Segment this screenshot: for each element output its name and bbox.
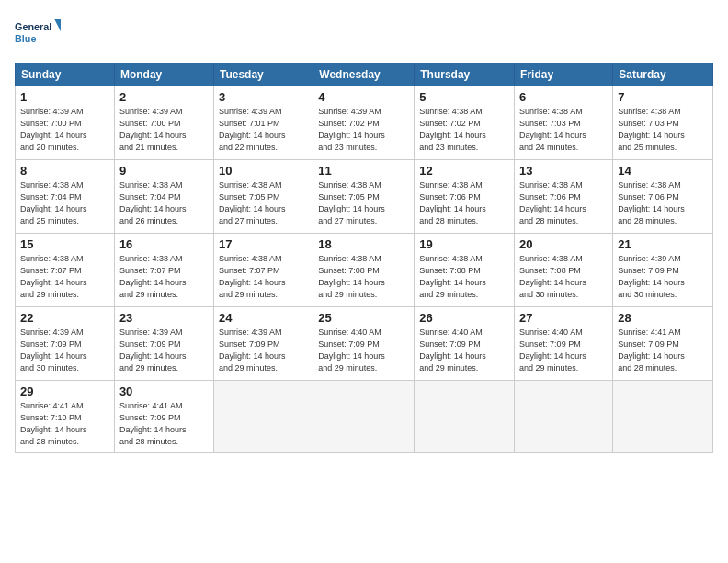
day-number: 28 [618, 311, 708, 325]
day-number: 17 [219, 237, 308, 251]
day-info: Sunrise: 4:38 AM Sunset: 7:07 PM Dayligh… [119, 253, 209, 301]
day-number: 16 [119, 237, 209, 251]
calendar-cell: 17Sunrise: 4:38 AM Sunset: 7:07 PM Dayli… [213, 234, 313, 307]
calendar-cell: 8Sunrise: 4:38 AM Sunset: 7:04 PM Daylig… [16, 160, 115, 234]
weekday-sunday: Sunday [16, 63, 115, 86]
page-header: General Blue [15, 15, 713, 52]
day-info: Sunrise: 4:38 AM Sunset: 7:08 PM Dayligh… [318, 253, 409, 301]
day-number: 10 [219, 164, 308, 178]
day-info: Sunrise: 4:41 AM Sunset: 7:09 PM Dayligh… [618, 327, 708, 374]
day-number: 23 [119, 311, 209, 325]
day-info: Sunrise: 4:39 AM Sunset: 7:02 PM Dayligh… [318, 106, 409, 154]
day-info: Sunrise: 4:39 AM Sunset: 7:00 PM Dayligh… [119, 106, 209, 154]
day-info: Sunrise: 4:39 AM Sunset: 7:09 PM Dayligh… [618, 253, 708, 301]
day-number: 8 [20, 164, 109, 178]
day-info: Sunrise: 4:39 AM Sunset: 7:00 PM Dayligh… [20, 106, 109, 154]
day-info: Sunrise: 4:38 AM Sunset: 7:06 PM Dayligh… [519, 179, 608, 227]
day-number: 5 [419, 90, 509, 104]
calendar-cell: 26Sunrise: 4:40 AM Sunset: 7:09 PM Dayli… [415, 307, 515, 381]
week-row-4: 22Sunrise: 4:39 AM Sunset: 7:09 PM Dayli… [16, 307, 713, 381]
calendar-cell: 1Sunrise: 4:39 AM Sunset: 7:00 PM Daylig… [16, 86, 115, 160]
calendar-cell: 4Sunrise: 4:39 AM Sunset: 7:02 PM Daylig… [313, 86, 415, 160]
logo-svg: General Blue [15, 15, 61, 52]
calendar-cell: 12Sunrise: 4:38 AM Sunset: 7:06 PM Dayli… [415, 160, 515, 234]
day-number: 18 [318, 237, 409, 251]
calendar-cell: 14Sunrise: 4:38 AM Sunset: 7:06 PM Dayli… [613, 160, 713, 234]
day-info: Sunrise: 4:38 AM Sunset: 7:07 PM Dayligh… [219, 253, 308, 301]
day-number: 15 [20, 237, 109, 251]
calendar-cell: 5Sunrise: 4:38 AM Sunset: 7:02 PM Daylig… [415, 86, 515, 160]
day-info: Sunrise: 4:41 AM Sunset: 7:09 PM Dayligh… [119, 400, 209, 448]
svg-marker-2 [54, 19, 61, 31]
calendar-cell: 3Sunrise: 4:39 AM Sunset: 7:01 PM Daylig… [213, 86, 313, 160]
day-number: 24 [219, 311, 308, 325]
calendar-cell: 30Sunrise: 4:41 AM Sunset: 7:09 PM Dayli… [114, 381, 213, 453]
day-info: Sunrise: 4:39 AM Sunset: 7:01 PM Dayligh… [219, 106, 308, 154]
day-number: 9 [119, 164, 209, 178]
calendar-cell: 29Sunrise: 4:41 AM Sunset: 7:10 PM Dayli… [16, 381, 115, 453]
svg-text:Blue: Blue [15, 33, 36, 44]
day-info: Sunrise: 4:38 AM Sunset: 7:02 PM Dayligh… [419, 106, 509, 154]
day-info: Sunrise: 4:38 AM Sunset: 7:05 PM Dayligh… [318, 179, 409, 227]
calendar-cell: 23Sunrise: 4:39 AM Sunset: 7:09 PM Dayli… [114, 307, 213, 381]
day-number: 25 [318, 311, 409, 325]
day-number: 13 [519, 164, 608, 178]
logo: General Blue [15, 15, 61, 52]
day-info: Sunrise: 4:38 AM Sunset: 7:06 PM Dayligh… [419, 179, 509, 227]
day-number: 2 [119, 90, 209, 104]
day-info: Sunrise: 4:38 AM Sunset: 7:05 PM Dayligh… [219, 179, 308, 227]
day-number: 22 [20, 311, 109, 325]
calendar-cell: 19Sunrise: 4:38 AM Sunset: 7:08 PM Dayli… [415, 234, 515, 307]
day-number: 7 [618, 90, 708, 104]
day-info: Sunrise: 4:38 AM Sunset: 7:04 PM Dayligh… [20, 179, 109, 227]
calendar-cell: 10Sunrise: 4:38 AM Sunset: 7:05 PM Dayli… [213, 160, 313, 234]
day-number: 29 [20, 385, 109, 398]
day-info: Sunrise: 4:40 AM Sunset: 7:09 PM Dayligh… [318, 327, 409, 374]
day-info: Sunrise: 4:38 AM Sunset: 7:07 PM Dayligh… [20, 253, 109, 301]
calendar-body: 1Sunrise: 4:39 AM Sunset: 7:00 PM Daylig… [16, 86, 713, 453]
day-number: 1 [20, 90, 109, 104]
day-number: 11 [318, 164, 409, 178]
calendar-cell: 16Sunrise: 4:38 AM Sunset: 7:07 PM Dayli… [114, 234, 213, 307]
calendar-cell: 11Sunrise: 4:38 AM Sunset: 7:05 PM Dayli… [313, 160, 415, 234]
weekday-saturday: Saturday [613, 63, 713, 86]
calendar-cell: 15Sunrise: 4:38 AM Sunset: 7:07 PM Dayli… [16, 234, 115, 307]
week-row-3: 15Sunrise: 4:38 AM Sunset: 7:07 PM Dayli… [16, 234, 713, 307]
week-row-5: 29Sunrise: 4:41 AM Sunset: 7:10 PM Dayli… [16, 381, 713, 453]
day-info: Sunrise: 4:38 AM Sunset: 7:03 PM Dayligh… [618, 106, 708, 154]
weekday-friday: Friday [515, 63, 613, 86]
weekday-monday: Monday [114, 63, 213, 86]
calendar-cell: 24Sunrise: 4:39 AM Sunset: 7:09 PM Dayli… [213, 307, 313, 381]
calendar-cell: 18Sunrise: 4:38 AM Sunset: 7:08 PM Dayli… [313, 234, 415, 307]
calendar-cell: 6Sunrise: 4:38 AM Sunset: 7:03 PM Daylig… [515, 86, 613, 160]
calendar-cell [213, 381, 313, 453]
day-info: Sunrise: 4:38 AM Sunset: 7:08 PM Dayligh… [419, 253, 509, 301]
day-number: 12 [419, 164, 509, 178]
calendar-cell: 21Sunrise: 4:39 AM Sunset: 7:09 PM Dayli… [613, 234, 713, 307]
calendar-cell [415, 381, 515, 453]
day-info: Sunrise: 4:38 AM Sunset: 7:08 PM Dayligh… [519, 253, 608, 301]
weekday-header-row: SundayMondayTuesdayWednesdayThursdayFrid… [16, 63, 713, 86]
day-info: Sunrise: 4:38 AM Sunset: 7:03 PM Dayligh… [519, 106, 608, 154]
svg-text:General: General [15, 21, 51, 32]
day-info: Sunrise: 4:40 AM Sunset: 7:09 PM Dayligh… [419, 327, 509, 374]
calendar-cell: 20Sunrise: 4:38 AM Sunset: 7:08 PM Dayli… [515, 234, 613, 307]
day-number: 20 [519, 237, 608, 251]
calendar-cell [515, 381, 613, 453]
day-info: Sunrise: 4:41 AM Sunset: 7:10 PM Dayligh… [20, 400, 109, 448]
calendar-cell [313, 381, 415, 453]
day-info: Sunrise: 4:38 AM Sunset: 7:04 PM Dayligh… [119, 179, 209, 227]
day-info: Sunrise: 4:39 AM Sunset: 7:09 PM Dayligh… [219, 327, 308, 374]
calendar-cell: 27Sunrise: 4:40 AM Sunset: 7:09 PM Dayli… [515, 307, 613, 381]
week-row-2: 8Sunrise: 4:38 AM Sunset: 7:04 PM Daylig… [16, 160, 713, 234]
day-number: 27 [519, 311, 608, 325]
calendar-cell: 9Sunrise: 4:38 AM Sunset: 7:04 PM Daylig… [114, 160, 213, 234]
calendar-cell: 13Sunrise: 4:38 AM Sunset: 7:06 PM Dayli… [515, 160, 613, 234]
calendar-cell: 28Sunrise: 4:41 AM Sunset: 7:09 PM Dayli… [613, 307, 713, 381]
day-info: Sunrise: 4:39 AM Sunset: 7:09 PM Dayligh… [20, 327, 109, 374]
day-info: Sunrise: 4:38 AM Sunset: 7:06 PM Dayligh… [618, 179, 708, 227]
calendar-cell: 25Sunrise: 4:40 AM Sunset: 7:09 PM Dayli… [313, 307, 415, 381]
weekday-thursday: Thursday [415, 63, 515, 86]
calendar-cell: 7Sunrise: 4:38 AM Sunset: 7:03 PM Daylig… [613, 86, 713, 160]
day-number: 30 [119, 385, 209, 398]
